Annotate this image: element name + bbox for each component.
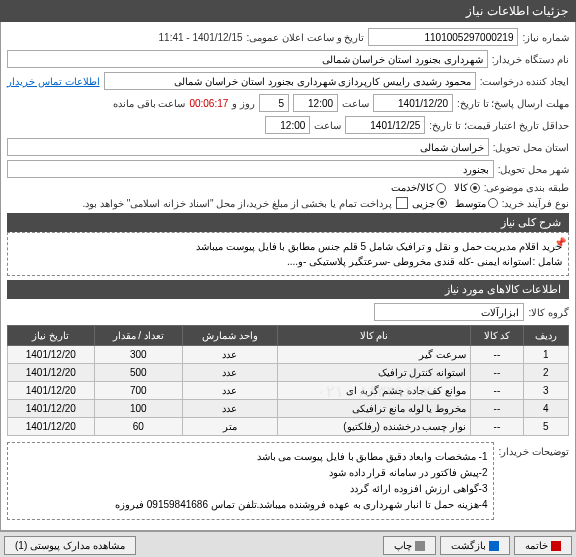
radio-dot-icon — [436, 183, 446, 193]
province-field: خراسان شمالی — [7, 138, 489, 156]
days-field: 5 — [259, 94, 289, 112]
city-label: شهر محل تحویل: — [498, 164, 569, 175]
table-cell: 1401/12/20 — [8, 382, 95, 400]
close-button[interactable]: خاتمه — [514, 536, 572, 555]
buyer-org-field: شهرداری بجنورد استان خراسان شمالی — [7, 50, 488, 68]
table-row: 4--مخروط یا لوله مانع ترافیکیعدد1001401/… — [8, 400, 569, 418]
pin-icon: 📌 — [554, 235, 566, 250]
group-label: گروه کالا: — [528, 307, 569, 318]
subject-class-label: طبقه بندی موضوعی: — [484, 182, 569, 193]
validity-time-field: 12:00 — [265, 116, 310, 134]
province-label: استان محل تحویل: — [493, 142, 569, 153]
note-line-4: 4-هزینه حمل تا انبار شهرداری به عهده فرو… — [14, 497, 487, 513]
validity-date-field: 1401/12/25 — [345, 116, 425, 134]
table-cell: 1 — [523, 346, 568, 364]
announce-value: 1401/12/15 - 11:41 — [159, 32, 243, 43]
city-field: بجنورد — [7, 160, 494, 178]
subject-radio-group: کالا کالا/خدمت — [391, 182, 480, 193]
table-cell: سرعت گیر — [277, 346, 470, 364]
table-row: 1--سرعت گیرعدد3001401/12/20 — [8, 346, 569, 364]
notes-box: 1- مشخصات وابعاد دقیق مطابق با فایل پیوس… — [7, 442, 494, 520]
table-cell: 1401/12/20 — [8, 364, 95, 382]
table-cell: 1401/12/20 — [8, 400, 95, 418]
table-header-row: ردیف کد کالا نام کالا واحد شمارش تعداد /… — [8, 326, 569, 346]
announce-label: تاریخ و ساعت اعلان عمومی: — [247, 32, 365, 43]
notes-header: توضیحات خریدار: — [498, 442, 569, 457]
attachments-button[interactable]: مشاهده مدارک پیوستی (1) — [4, 536, 136, 555]
table-cell: 300 — [94, 346, 182, 364]
remaining-label: ساعت باقی مانده — [113, 98, 186, 109]
radio-dot-icon — [437, 198, 447, 208]
deadline-label: مهلت ارسال پاسخ؛ تا تاریخ: — [457, 98, 569, 109]
goods-table: ردیف کد کالا نام کالا واحد شمارش تعداد /… — [7, 325, 569, 436]
note-line-1: 1- مشخصات وابعاد دقیق مطابق با فایل پیوس… — [14, 449, 487, 465]
col-name: نام کالا — [277, 326, 470, 346]
table-cell: 1401/12/20 — [8, 418, 95, 436]
table-cell: -- — [471, 418, 523, 436]
table-cell: -- — [471, 364, 523, 382]
table-cell: مخروط یا لوله مانع ترافیکی — [277, 400, 470, 418]
col-date: تاریخ نیاز — [8, 326, 95, 346]
table-cell: عدد — [182, 346, 277, 364]
table-row: 5--نوار چسب درخشنده (رفلکتیو)متر601401/1… — [8, 418, 569, 436]
process-radio-group: متوسط جزیی — [412, 198, 498, 209]
goods-header: اطلاعات کالاهای مورد نیاز — [7, 280, 569, 299]
radio-kala[interactable]: کالا — [454, 182, 480, 193]
table-cell: -- — [471, 400, 523, 418]
radio-low[interactable]: جزیی — [412, 198, 447, 209]
table-row: 2--استوانه کنترل ترافیکعدد5001401/12/20 — [8, 364, 569, 382]
col-qty: تعداد / مقدار — [94, 326, 182, 346]
window-title-bar: جزئیات اطلاعات نیاز — [0, 0, 576, 22]
table-cell: 3 — [523, 382, 568, 400]
table-cell: استوانه کنترل ترافیک — [277, 364, 470, 382]
desc-header: شرح کلی نیاز — [7, 213, 569, 232]
contact-link[interactable]: اطلاعات تماس خریدار — [7, 76, 100, 87]
table-cell: 4 — [523, 400, 568, 418]
close-icon — [551, 541, 561, 551]
note-line-3: 3-گواهی ارزش افزوده ارائه گردد — [14, 481, 487, 497]
table-cell: 1401/12/20 — [8, 346, 95, 364]
table-cell: -- — [471, 382, 523, 400]
table-cell: 100 — [94, 400, 182, 418]
desc-line-2: شامل :استوانه ایمنی -کله قندی مخروطی -سر… — [14, 254, 562, 269]
table-cell: 2 — [523, 364, 568, 382]
table-cell: 5 — [523, 418, 568, 436]
radio-mid[interactable]: متوسط — [455, 198, 498, 209]
table-cell: 60 — [94, 418, 182, 436]
deadline-date-field: 1401/12/20 — [373, 94, 453, 112]
table-cell: عدد — [182, 382, 277, 400]
need-number-label: شماره نیاز: — [522, 32, 569, 43]
time-label-2: ساعت — [314, 120, 341, 131]
table-cell: 700 — [94, 382, 182, 400]
need-number-field: 1101005297000219 — [368, 28, 518, 46]
process-label: نوع فرآیند خرید: — [502, 198, 569, 209]
table-cell: عدد — [182, 400, 277, 418]
print-icon — [415, 541, 425, 551]
table-cell: متر — [182, 418, 277, 436]
days-label: روز و — [232, 98, 255, 109]
desc-line-1: خرید اقلام مدیریت حمل و نقل و ترافیک شام… — [14, 239, 562, 254]
table-cell: موانع کف جاده چشم گربه ای۸۸۳۴۹۶۱۲ - ۰۲۱ — [277, 382, 470, 400]
radio-dot-icon — [470, 183, 480, 193]
col-code: کد کالا — [471, 326, 523, 346]
payment-note: پرداخت تمام یا بخشی از مبلغ خرید،از محل … — [82, 198, 391, 209]
treasury-checkbox[interactable] — [396, 197, 408, 209]
col-unit: واحد شمارش — [182, 326, 277, 346]
table-cell: 500 — [94, 364, 182, 382]
back-button[interactable]: بازگشت — [440, 536, 510, 555]
col-row: ردیف — [523, 326, 568, 346]
radio-dot-icon — [488, 198, 498, 208]
group-field: ابزارآلات — [374, 303, 524, 321]
back-icon — [489, 541, 499, 551]
print-button[interactable]: چاپ — [383, 536, 436, 555]
deadline-time-field: 12:00 — [293, 94, 338, 112]
countdown-timer: 00:06:17 — [189, 98, 228, 109]
validity-label: حداقل تاریخ اعتبار قیمت؛ تا تاریخ: — [429, 120, 569, 131]
requester-field: محمود رشیدی راییس کارپردازی شهرداری بجنو… — [104, 72, 476, 90]
table-cell: نوار چسب درخشنده (رفلکتیو) — [277, 418, 470, 436]
requester-label: ایجاد کننده درخواست: — [480, 76, 569, 87]
radio-service[interactable]: کالا/خدمت — [391, 182, 446, 193]
table-row: 3--موانع کف جاده چشم گربه ای۸۸۳۴۹۶۱۲ - ۰… — [8, 382, 569, 400]
table-cell: عدد — [182, 364, 277, 382]
desc-box: 📌 خرید اقلام مدیریت حمل و نقل و ترافیک ش… — [7, 232, 569, 276]
